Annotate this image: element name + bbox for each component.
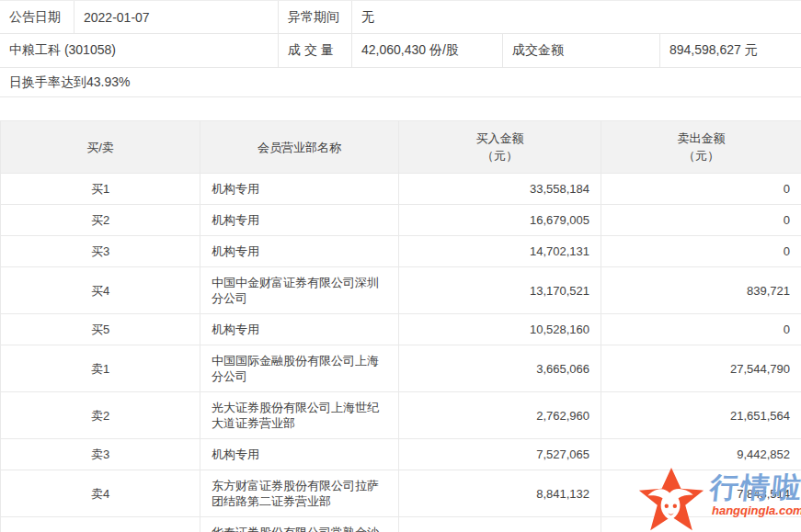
broker-cell: 东方财富证券股份有限公司拉萨团结路第二证券营业部 xyxy=(200,470,399,517)
sell-amount-cell: 0 xyxy=(601,174,801,205)
side-cell: 卖1 xyxy=(1,345,200,392)
broker-cell: 机构专用 xyxy=(200,236,399,267)
col-header-buy-unit: （元） xyxy=(403,147,597,164)
side-cell: 买3 xyxy=(1,236,200,267)
col-header-side: 买/卖 xyxy=(1,121,200,174)
side-cell: 卖3 xyxy=(1,439,200,470)
sell-amount-cell: 27,544,790 xyxy=(601,345,801,392)
side-cell: 卖4 xyxy=(1,470,200,517)
buy-amount-cell: 7,527,065 xyxy=(399,439,601,470)
broker-cell: 机构专用 xyxy=(200,439,399,470)
table-row: 买4 中国中金财富证券有限公司深圳分公司 13,170,521 839,721 xyxy=(1,267,801,314)
info-row-stock: 中粮工科 (301058) 成 交 量 42,060,430 份/股 成交金额 … xyxy=(0,34,801,68)
table-row: 买3 机构专用 14,702,131 0 xyxy=(1,236,801,267)
col-header-buy-label: 买入金额 xyxy=(403,130,597,147)
broker-cell: 光大证券股份有限公司上海世纪大道证券营业部 xyxy=(200,392,399,439)
stock-info-section: 公告日期 2022-01-07 异常期间 无 中粮工科 (301058) 成 交… xyxy=(0,0,801,97)
sell-amount-cell: 839,721 xyxy=(601,267,801,314)
broker-seats-table: 买/卖 会员营业部名称 买入金额 （元） 卖出金额 （元） 买1 机构专用 33… xyxy=(0,120,801,532)
table-row: 卖5 华泰证券股份有限公司常熟金沙江路证券营业部 259,522 7,666,0… xyxy=(1,517,801,532)
side-cell: 卖5 xyxy=(1,517,200,532)
announce-date-value: 2022-01-07 xyxy=(74,1,279,33)
col-header-sell: 卖出金额 （元） xyxy=(601,121,801,174)
side-cell: 买1 xyxy=(1,174,200,205)
buy-amount-cell: 8,841,132 xyxy=(399,470,601,517)
sell-amount-cell: 0 xyxy=(601,236,801,267)
info-row-note: 日换手率达到43.93% xyxy=(0,68,801,97)
col-header-sell-label: 卖出金额 xyxy=(605,130,797,147)
broker-cell: 中国中金财富证券有限公司深圳分公司 xyxy=(200,267,399,314)
sell-amount-cell: 7,843,514 xyxy=(601,470,801,517)
sell-amount-cell: 0 xyxy=(601,205,801,236)
abnormal-period-label: 异常期间 xyxy=(279,1,352,33)
buy-amount-cell: 16,679,005 xyxy=(399,205,601,236)
side-cell: 买5 xyxy=(1,314,200,345)
side-cell: 卖2 xyxy=(1,392,200,439)
buy-amount-cell: 33,558,184 xyxy=(399,174,601,205)
stock-name: 中粮工科 (301058) xyxy=(0,34,279,67)
volume-label: 成 交 量 xyxy=(279,34,352,67)
table-row: 买5 机构专用 10,528,160 0 xyxy=(1,314,801,345)
table-header-row: 买/卖 会员营业部名称 买入金额 （元） 卖出金额 （元） xyxy=(1,121,801,174)
buy-amount-cell: 10,528,160 xyxy=(399,314,601,345)
side-cell: 买4 xyxy=(1,267,200,314)
turnover-label: 成交金额 xyxy=(503,34,660,67)
sell-amount-cell: 9,442,852 xyxy=(601,439,801,470)
turnover-value: 894,598,627 元 xyxy=(660,34,801,67)
buy-amount-cell: 3,665,066 xyxy=(399,345,601,392)
buy-amount-cell: 14,702,131 xyxy=(399,236,601,267)
buy-amount-cell: 259,522 xyxy=(399,517,601,532)
broker-cell: 机构专用 xyxy=(200,314,399,345)
table-row: 卖1 中国国际金融股份有限公司上海分公司 3,665,066 27,544,79… xyxy=(1,345,801,392)
broker-cell: 华泰证券股份有限公司常熟金沙江路证券营业部 xyxy=(200,517,399,532)
turnover-rate-note: 日换手率达到43.93% xyxy=(0,68,801,96)
broker-cell: 机构专用 xyxy=(200,174,399,205)
info-row-announcement: 公告日期 2022-01-07 异常期间 无 xyxy=(0,1,801,34)
section-gap xyxy=(0,97,801,120)
col-header-broker-label: 会员营业部名称 xyxy=(204,139,395,156)
sell-amount-cell: 0 xyxy=(601,314,801,345)
buy-amount-cell: 13,170,521 xyxy=(399,267,601,314)
col-header-side-label: 买/卖 xyxy=(5,139,196,156)
sell-amount-cell: 7,666,034 xyxy=(601,517,801,532)
table-row: 买2 机构专用 16,679,005 0 xyxy=(1,205,801,236)
table-row: 卖2 光大证券股份有限公司上海世纪大道证券营业部 2,762,960 21,65… xyxy=(1,392,801,439)
announce-date-label: 公告日期 xyxy=(0,1,74,33)
col-header-buy: 买入金额 （元） xyxy=(399,121,601,174)
volume-value: 42,060,430 份/股 xyxy=(352,34,503,67)
table-row: 卖4 东方财富证券股份有限公司拉萨团结路第二证券营业部 8,841,132 7,… xyxy=(1,470,801,517)
table-row: 买1 机构专用 33,558,184 0 xyxy=(1,174,801,205)
col-header-broker: 会员营业部名称 xyxy=(200,121,399,174)
broker-cell: 中国国际金融股份有限公司上海分公司 xyxy=(200,345,399,392)
col-header-sell-unit: （元） xyxy=(605,147,797,164)
abnormal-period-value: 无 xyxy=(352,1,801,33)
side-cell: 买2 xyxy=(1,205,200,236)
sell-amount-cell: 21,651,564 xyxy=(601,392,801,439)
buy-amount-cell: 2,762,960 xyxy=(399,392,601,439)
broker-cell: 机构专用 xyxy=(200,205,399,236)
table-row: 卖3 机构专用 7,527,065 9,442,852 xyxy=(1,439,801,470)
lhb-page: 公告日期 2022-01-07 异常期间 无 中粮工科 (301058) 成 交… xyxy=(0,0,801,532)
